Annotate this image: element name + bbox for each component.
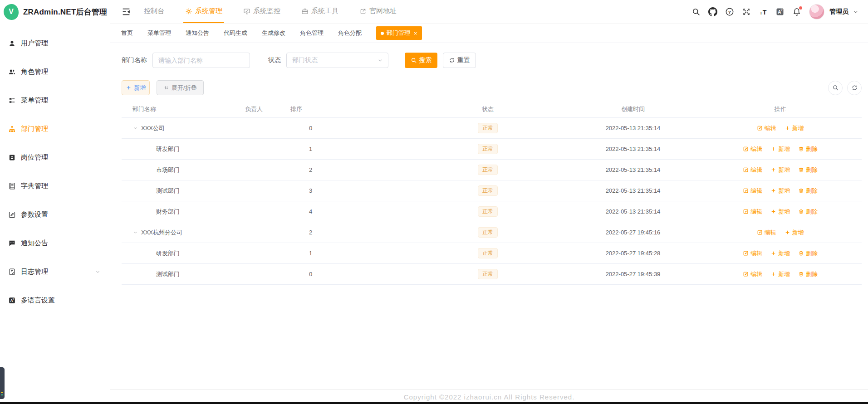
- sidebar-item-用户管理[interactable]: 用户管理: [0, 29, 110, 58]
- row-action-删除[interactable]: 删除: [798, 208, 818, 216]
- help-button[interactable]: [725, 7, 734, 16]
- topnav-item-官网地址[interactable]: 官网地址: [358, 0, 398, 23]
- user-menu-chevron-down-icon[interactable]: [853, 9, 859, 15]
- edit-icon: [743, 209, 749, 214]
- topnav-item-系统监控[interactable]: 系统监控: [241, 0, 282, 23]
- row-action-编辑[interactable]: 编辑: [743, 145, 762, 153]
- row-action-编辑[interactable]: 编辑: [743, 166, 762, 174]
- sidebar-item-岗位管理[interactable]: 岗位管理: [0, 143, 110, 172]
- row-action-编辑[interactable]: 编辑: [743, 249, 762, 258]
- plus-icon: [770, 271, 776, 277]
- order-cell: 4: [290, 208, 408, 215]
- chevron-down-icon: [132, 229, 138, 235]
- user-name[interactable]: 管理员: [829, 8, 848, 16]
- notifications-button[interactable]: [792, 7, 801, 16]
- pen-square-icon: [8, 211, 16, 219]
- users-icon: [8, 68, 16, 76]
- tab-角色分配[interactable]: 角色分配: [338, 29, 362, 37]
- row-action-label: 新增: [778, 145, 790, 153]
- chevron-down-icon: [377, 57, 383, 63]
- topnav-item-label: 官网地址: [369, 7, 397, 15]
- order-cell: 0: [290, 125, 408, 131]
- row-action-新增[interactable]: 新增: [770, 187, 790, 195]
- search-button[interactable]: 搜索: [405, 53, 437, 68]
- tab-部门管理[interactable]: 部门管理×: [376, 26, 422, 40]
- show-search-toggle-button[interactable]: [828, 81, 843, 95]
- tab-菜单管理[interactable]: 菜单管理: [147, 29, 171, 37]
- table-row: 研发部门1正常2022-05-13 21:35:14编辑新增删除: [122, 139, 862, 160]
- topnav-item-控制台[interactable]: 控制台: [142, 0, 166, 23]
- status-badge: 正常: [478, 144, 498, 154]
- tab-生成修改[interactable]: 生成修改: [262, 29, 285, 37]
- row-action-删除[interactable]: 删除: [798, 166, 818, 174]
- tab-角色管理[interactable]: 角色管理: [300, 29, 324, 37]
- external-link-icon: [359, 8, 367, 15]
- row-action-新增[interactable]: 新增: [785, 229, 804, 237]
- sidebar-item-参数设置[interactable]: 参数设置: [0, 200, 110, 229]
- row-action-label: 编辑: [750, 187, 762, 195]
- status-badge: 正常: [478, 206, 498, 216]
- add-button[interactable]: 新增: [122, 80, 150, 95]
- sidebar-item-多语言设置[interactable]: 多语言设置: [0, 286, 110, 315]
- row-action-删除[interactable]: 删除: [798, 187, 818, 195]
- fullscreen-button[interactable]: [742, 7, 751, 16]
- tab-首页[interactable]: 首页: [121, 29, 133, 37]
- status-select[interactable]: 部门状态: [286, 53, 388, 68]
- sidebar-item-部门管理[interactable]: 部门管理: [0, 115, 110, 143]
- github-button[interactable]: [708, 7, 717, 16]
- row-action-新增[interactable]: 新增: [770, 208, 790, 216]
- tab-close-icon[interactable]: ×: [414, 30, 417, 36]
- actions-cell: 编辑新增删除: [699, 166, 862, 174]
- dept-name-input[interactable]: [152, 53, 250, 68]
- language-switch-button[interactable]: [775, 7, 785, 16]
- tab-label: 角色分配: [338, 29, 362, 37]
- row-action-编辑[interactable]: 编辑: [743, 270, 762, 278]
- row-action-新增[interactable]: 新增: [770, 166, 790, 174]
- reset-button[interactable]: 重置: [443, 53, 476, 68]
- row-action-label: 编辑: [750, 208, 762, 216]
- row-action-新增[interactable]: 新增: [770, 249, 790, 258]
- row-action-label: 编辑: [750, 145, 762, 153]
- created-time-cell: 2022-05-13 21:35:14: [567, 208, 699, 215]
- user-avatar[interactable]: [809, 4, 824, 19]
- row-action-新增[interactable]: 新增: [785, 124, 804, 132]
- app-logo-row[interactable]: V ZRAdmin.NET后台管理: [0, 0, 110, 24]
- row-action-删除[interactable]: 删除: [798, 249, 818, 258]
- search-icon: [691, 7, 701, 16]
- dept-name-cell: XXX杭州分公司: [122, 229, 245, 237]
- topnav-item-系统管理[interactable]: 系统管理: [183, 0, 224, 23]
- trash-icon: [798, 271, 804, 277]
- sidebar-item-菜单管理[interactable]: 菜单管理: [0, 86, 110, 115]
- language-icon: [775, 7, 785, 16]
- row-action-label: 删除: [806, 208, 818, 216]
- sidebar-item-label: 通知公告: [21, 239, 48, 248]
- sidebar-item-通知公告[interactable]: 通知公告: [0, 229, 110, 258]
- sort-icon: [163, 85, 169, 91]
- row-action-删除[interactable]: 删除: [798, 270, 818, 278]
- actions-cell: 编辑新增删除: [699, 249, 862, 258]
- top-navbar: 控制台系统管理系统监控系统工具官网地址 管理员: [110, 0, 868, 24]
- sidebar-item-角色管理[interactable]: 角色管理: [0, 58, 110, 86]
- row-action-编辑[interactable]: 编辑: [743, 208, 762, 216]
- row-action-编辑[interactable]: 编辑: [757, 124, 776, 132]
- sidebar-item-日志管理[interactable]: 日志管理: [0, 258, 110, 286]
- row-action-新增[interactable]: 新增: [770, 270, 790, 278]
- sidebar-fold-button[interactable]: [121, 7, 132, 17]
- row-action-编辑[interactable]: 编辑: [743, 187, 762, 195]
- tab-通知公告[interactable]: 通知公告: [186, 29, 209, 37]
- search-button-label: 搜索: [419, 56, 432, 64]
- tab-代码生成[interactable]: 代码生成: [224, 29, 247, 37]
- font-size-button[interactable]: [759, 7, 768, 16]
- topnav-item-系统工具[interactable]: 系统工具: [299, 0, 340, 23]
- refresh-table-button[interactable]: [847, 81, 862, 95]
- row-action-编辑[interactable]: 编辑: [757, 229, 776, 237]
- sidebar-item-label: 菜单管理: [21, 96, 48, 105]
- sidebar-item-字典管理[interactable]: 字典管理: [0, 172, 110, 200]
- question-icon: [725, 7, 734, 16]
- search-filter-form: 部门名称 状态 部门状态 搜索 重置: [122, 52, 862, 68]
- row-action-删除[interactable]: 删除: [798, 145, 818, 153]
- column-header-负责人: 负责人: [245, 105, 290, 113]
- expand-collapse-button[interactable]: 展开/折叠: [157, 80, 204, 95]
- header-search-button[interactable]: [691, 7, 701, 16]
- row-action-新增[interactable]: 新增: [770, 145, 790, 153]
